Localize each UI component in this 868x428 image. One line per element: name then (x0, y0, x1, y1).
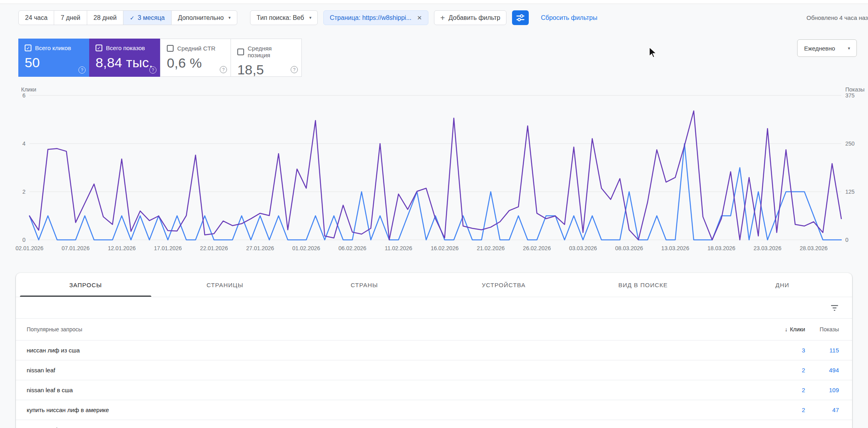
filter-list-icon[interactable] (830, 304, 839, 312)
filter-chips: Тип поиска: Веб ▾ Страница: https://w8sh… (250, 10, 506, 25)
clicks-cell: 2 (741, 367, 805, 374)
range-7d-button[interactable]: 7 дней (54, 11, 86, 25)
checkbox-checked-icon[interactable]: ✓ (96, 45, 102, 51)
query-cell[interactable]: купить ниссан лиф в америке (27, 407, 741, 413)
filter-bar: 24 часа 7 дней 28 дней ✓ 3 месяца Дополн… (0, 10, 868, 25)
query-cell[interactable]: nissan leaf в сша (27, 387, 741, 393)
checkbox-unchecked-icon[interactable] (167, 45, 174, 52)
date-range-segment: 24 часа 7 дней 28 дней ✓ 3 месяца Дополн… (18, 10, 237, 25)
chevron-down-icon: ▾ (848, 46, 850, 51)
checkbox-unchecked-icon[interactable] (237, 49, 244, 55)
help-icon[interactable]: ? (291, 66, 298, 73)
svg-text:16.02.2026: 16.02.2026 (431, 245, 459, 251)
metric-label: Средняя позиция (248, 45, 295, 58)
tune-sliders-icon (516, 14, 525, 21)
table-row[interactable]: ниссан лиф с америки 2 33 (16, 420, 852, 428)
column-header-clicks[interactable]: ↓Клики (741, 326, 805, 333)
metric-value: 18,5 (237, 62, 295, 78)
granularity-label: Ежедневно (804, 45, 835, 52)
table-row[interactable]: ниссан лиф из сша 3 115 (16, 340, 852, 360)
tab-pages[interactable]: СТРАНИЦЫ (155, 273, 295, 297)
query-cell[interactable]: ниссан лиф с америки (27, 426, 741, 428)
help-icon[interactable]: ? (220, 66, 227, 73)
clicks-cell: 2 (741, 426, 805, 428)
range-3m-button[interactable]: ✓ 3 месяца (123, 11, 171, 25)
impressions-cell: 47 (805, 407, 839, 413)
tab-devices[interactable]: УСТРОЙСТВА (434, 273, 573, 297)
dimensions-table-card: ЗАПРОСЫ СТРАНИЦЫ СТРАНЫ УСТРОЙСТВА ВИД В… (16, 273, 852, 428)
last-updated-text: Обновлено 4 часа наз (807, 14, 868, 21)
chip-label: Страница: https://w8shippi... (330, 14, 411, 21)
svg-text:Показы: Показы (845, 86, 864, 93)
svg-text:08.03.2026: 08.03.2026 (615, 245, 643, 251)
tab-search-appearance[interactable]: ВИД В ПОИСКЕ (573, 273, 713, 297)
performance-chart[interactable]: 00212542506375КликиПоказы02.01.202607.01… (0, 86, 868, 259)
table-tabs: ЗАПРОСЫ СТРАНИЦЫ СТРАНЫ УСТРОЙСТВА ВИД В… (16, 273, 852, 297)
svg-text:12.01.2026: 12.01.2026 (108, 245, 136, 251)
metric-label: Всего кликов (35, 45, 71, 51)
svg-text:125: 125 (845, 189, 855, 195)
impressions-cell: 494 (805, 367, 839, 374)
column-header-query[interactable]: Популярные запросы (27, 326, 741, 333)
metric-value: 0,6 % (167, 55, 224, 71)
svg-text:0: 0 (845, 237, 848, 243)
table-row[interactable]: nissan leaf 2 494 (16, 360, 852, 380)
svg-text:0: 0 (22, 237, 25, 243)
query-cell[interactable]: nissan leaf (27, 367, 741, 374)
impressions-cell: 109 (805, 387, 839, 393)
impressions-cell: 33 (805, 426, 839, 428)
close-icon[interactable]: ✕ (417, 14, 422, 21)
tab-queries[interactable]: ЗАПРОСЫ (16, 273, 155, 297)
svg-text:2: 2 (22, 189, 25, 195)
column-header-label: Клики (790, 326, 805, 333)
range-label: 24 часа (25, 14, 47, 21)
svg-text:27.01.2026: 27.01.2026 (246, 245, 274, 251)
sort-desc-icon: ↓ (785, 326, 788, 333)
chevron-down-icon: ▾ (229, 15, 231, 20)
clicks-cell: 3 (741, 347, 805, 354)
svg-text:28.03.2026: 28.03.2026 (800, 245, 827, 251)
reset-filters-link[interactable]: Сбросить фильтры (541, 14, 597, 21)
impressions-cell: 115 (805, 347, 839, 354)
help-icon[interactable]: ? (78, 66, 86, 74)
range-24h-button[interactable]: 24 часа (19, 11, 54, 25)
metric-card-avg-position[interactable]: Средняя позиция 18,5 ? (231, 39, 302, 77)
svg-text:375: 375 (845, 92, 855, 99)
metric-card-avg-ctr[interactable]: Средний CTR 0,6 % ? (160, 39, 231, 77)
range-label: 3 месяца (138, 14, 165, 21)
tab-dates[interactable]: ДНИ (713, 273, 852, 297)
chip-label: Тип поиска: Веб (256, 14, 304, 21)
table-row[interactable]: nissan leaf в сша 2 109 (16, 380, 852, 400)
query-cell[interactable]: ниссан лиф из сша (27, 347, 741, 354)
granularity-dropdown[interactable]: Ежедневно ▾ (797, 39, 857, 57)
column-header-impressions[interactable]: Показы (805, 326, 839, 333)
svg-text:18.03.2026: 18.03.2026 (708, 245, 735, 251)
metric-value: 8,84 тыс. (96, 55, 154, 70)
plus-icon: + (440, 14, 445, 22)
help-icon[interactable]: ? (149, 66, 156, 74)
filter-settings-button[interactable] (512, 10, 529, 25)
svg-text:11.02.2026: 11.02.2026 (385, 245, 412, 251)
svg-text:23.03.2026: 23.03.2026 (754, 245, 782, 251)
metric-card-total-clicks[interactable]: ✓ Всего кликов 50 ? (18, 39, 89, 77)
search-type-chip[interactable]: Тип поиска: Веб ▾ (250, 10, 318, 25)
svg-text:21.02.2026: 21.02.2026 (477, 245, 504, 251)
svg-text:07.01.2026: 07.01.2026 (62, 245, 90, 251)
chart-canvas[interactable]: 00212542506375КликиПоказы02.01.202607.01… (0, 86, 868, 257)
metric-label: Средний CTR (177, 45, 215, 52)
page-filter-chip[interactable]: Страница: https://w8shippi... ✕ (323, 10, 428, 25)
clicks-cell: 2 (741, 387, 805, 393)
add-filter-button[interactable]: + Добавить фильтр (434, 10, 507, 25)
range-more-button[interactable]: Дополнительно ▾ (171, 11, 237, 25)
checkbox-checked-icon[interactable]: ✓ (25, 45, 31, 51)
tab-countries[interactable]: СТРАНЫ (295, 273, 434, 297)
check-icon: ✓ (130, 15, 135, 21)
svg-text:17.01.2026: 17.01.2026 (154, 245, 182, 251)
svg-text:01.02.2026: 01.02.2026 (292, 245, 320, 251)
clicks-cell: 2 (741, 407, 805, 413)
table-row[interactable]: купить ниссан лиф в америке 2 47 (16, 400, 852, 420)
range-28d-button[interactable]: 28 дней (87, 11, 123, 25)
svg-text:Клики: Клики (21, 86, 36, 93)
svg-text:13.03.2026: 13.03.2026 (661, 245, 689, 251)
metric-card-total-impressions[interactable]: ✓ Всего показов 8,84 тыс. ? (89, 39, 160, 77)
